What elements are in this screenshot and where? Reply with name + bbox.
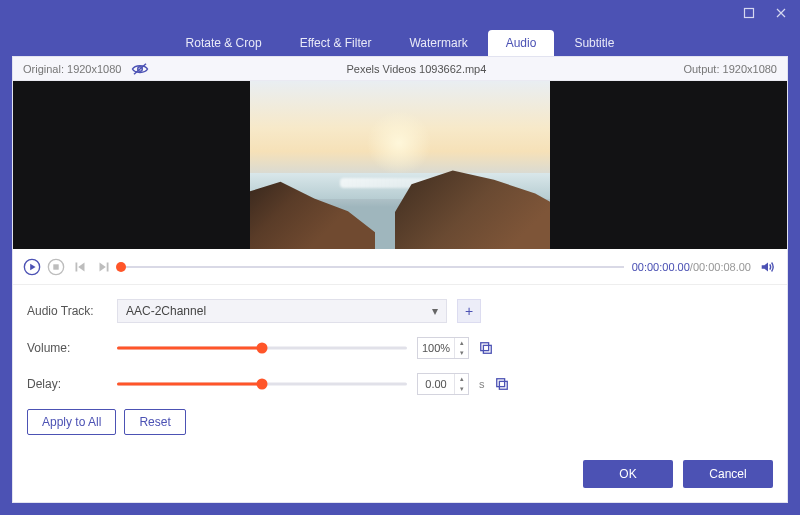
tab-watermark[interactable]: Watermark xyxy=(391,30,485,56)
svg-rect-10 xyxy=(499,381,507,389)
volume-spinner[interactable]: 100% ▴▾ xyxy=(417,337,469,359)
total-time: 00:00:08.00 xyxy=(693,261,751,273)
prev-frame-button[interactable] xyxy=(71,258,89,276)
ok-button[interactable]: OK xyxy=(583,460,673,488)
cancel-button[interactable]: Cancel xyxy=(683,460,773,488)
tab-audio[interactable]: Audio xyxy=(488,30,555,56)
audio-track-value: AAC-2Channel xyxy=(126,304,206,318)
delay-label: Delay: xyxy=(27,377,107,391)
delay-unit: s xyxy=(479,378,485,390)
titlebar xyxy=(0,0,800,26)
filename: Pexels Videos 1093662.mp4 xyxy=(347,63,487,75)
next-frame-button[interactable] xyxy=(95,258,113,276)
tab-bar: Rotate & Crop Effect & Filter Watermark … xyxy=(0,26,800,56)
playback-controls: 00:00:00.00/00:00:08.00 xyxy=(13,249,787,285)
delay-value: 0.00 xyxy=(418,378,454,390)
volume-row: Volume: 100% ▴▾ xyxy=(27,337,773,359)
audio-settings: Audio Track: AAC-2Channel ▾ + Volume: 10… xyxy=(13,285,787,445)
svg-rect-7 xyxy=(481,343,489,351)
stop-button[interactable] xyxy=(47,258,65,276)
volume-slider-thumb[interactable] xyxy=(257,343,268,354)
volume-down[interactable]: ▾ xyxy=(455,348,468,358)
apply-to-all-button[interactable]: Apply to All xyxy=(27,409,116,435)
delay-up[interactable]: ▴ xyxy=(455,374,468,384)
volume-slider[interactable] xyxy=(117,341,407,355)
current-time: 00:00:00.00 xyxy=(632,261,690,273)
audio-track-row: Audio Track: AAC-2Channel ▾ + xyxy=(27,299,773,323)
timeline-thumb[interactable] xyxy=(116,262,126,272)
maximize-button[interactable] xyxy=(736,3,762,23)
tab-subtitle[interactable]: Subtitle xyxy=(556,30,632,56)
delay-row: Delay: 0.00 ▴▾ s xyxy=(27,373,773,395)
volume-reset-icon[interactable] xyxy=(479,341,493,355)
original-resolution: Original: 1920x1080 xyxy=(23,63,121,75)
volume-label: Volume: xyxy=(27,341,107,355)
volume-value: 100% xyxy=(418,342,454,354)
volume-icon[interactable] xyxy=(759,258,777,276)
svg-rect-6 xyxy=(107,262,109,271)
volume-up[interactable]: ▴ xyxy=(455,338,468,348)
delay-spinner[interactable]: 0.00 ▴▾ xyxy=(417,373,469,395)
svg-rect-0 xyxy=(745,9,754,18)
delay-slider-thumb[interactable] xyxy=(257,379,268,390)
svg-rect-9 xyxy=(496,379,504,387)
timeline[interactable] xyxy=(121,260,624,274)
svg-rect-4 xyxy=(53,264,58,269)
footer: OK Cancel xyxy=(13,446,787,502)
svg-rect-5 xyxy=(76,262,78,271)
preview-toggle-icon[interactable] xyxy=(131,62,149,76)
add-track-button[interactable]: + xyxy=(457,299,481,323)
tab-rotate-crop[interactable]: Rotate & Crop xyxy=(168,30,280,56)
time-display: 00:00:00.00/00:00:08.00 xyxy=(632,261,751,273)
video-preview xyxy=(13,81,787,249)
content-panel: Original: 1920x1080 Pexels Videos 109366… xyxy=(12,56,788,503)
video-frame xyxy=(250,81,550,249)
chevron-down-icon: ▾ xyxy=(432,304,438,318)
info-bar: Original: 1920x1080 Pexels Videos 109366… xyxy=(13,57,787,81)
play-button[interactable] xyxy=(23,258,41,276)
audio-track-select[interactable]: AAC-2Channel ▾ xyxy=(117,299,447,323)
delay-reset-icon[interactable] xyxy=(495,377,509,391)
delay-down[interactable]: ▾ xyxy=(455,384,468,394)
reset-button[interactable]: Reset xyxy=(124,409,185,435)
editor-window: Rotate & Crop Effect & Filter Watermark … xyxy=(0,0,800,515)
audio-track-label: Audio Track: xyxy=(27,304,107,318)
close-button[interactable] xyxy=(768,3,794,23)
output-resolution: Output: 1920x1080 xyxy=(683,63,787,75)
tab-effect-filter[interactable]: Effect & Filter xyxy=(282,30,390,56)
action-buttons: Apply to All Reset xyxy=(27,409,773,435)
svg-rect-8 xyxy=(483,345,491,353)
delay-slider[interactable] xyxy=(117,377,407,391)
